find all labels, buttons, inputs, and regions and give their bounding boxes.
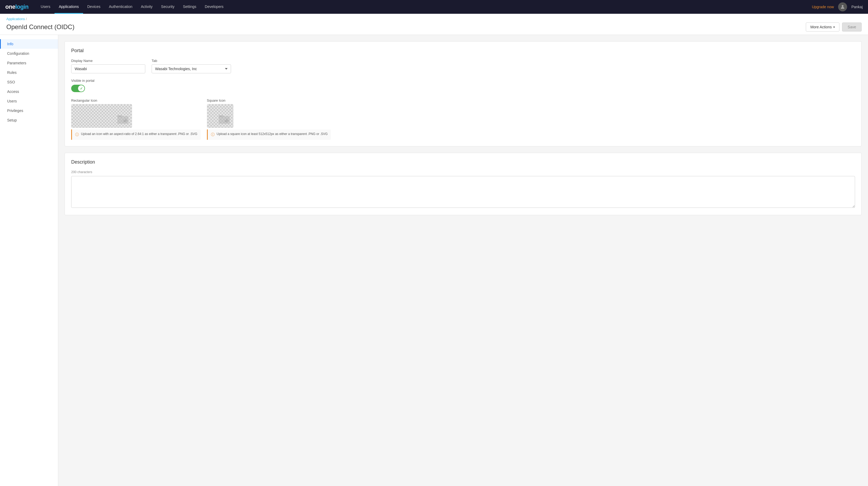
breadcrumb: Applications /	[6, 17, 862, 21]
sidebar-item-setup[interactable]: Setup	[0, 115, 58, 125]
tab-group: Tab Wasabi Technologies, Inc None	[152, 59, 231, 73]
visible-in-portal-label: Visible in portal	[71, 79, 855, 83]
nav-item-developers[interactable]: Developers	[200, 0, 228, 14]
info-icon-square: ⓘ	[211, 132, 215, 137]
nav-right: Upgrade now Pankaj	[812, 2, 863, 11]
square-icon-info-text: Upload a square icon at least 512x512px …	[217, 132, 328, 136]
display-name-label: Display Name	[71, 59, 145, 63]
description-section-title: Description	[71, 159, 855, 165]
page-title: OpenId Connect (OIDC)	[6, 23, 74, 31]
logo-login: login	[16, 3, 29, 10]
sidebar-item-configuration[interactable]: Configuration	[0, 49, 58, 58]
main-content: Portal Display Name Tab Wasabi Technolog…	[58, 35, 868, 486]
visible-in-portal-toggle[interactable]: ✓	[71, 85, 85, 92]
sidebar-item-parameters[interactable]: Parameters	[0, 58, 58, 68]
display-name-group: Display Name	[71, 59, 145, 73]
sidebar-item-info[interactable]: Info	[0, 39, 58, 49]
breadcrumb-applications-link[interactable]: Applications	[6, 17, 25, 21]
rectangular-icon-info-text: Upload an icon with an aspect-ratio of 2…	[81, 132, 197, 136]
logo-one: one	[5, 3, 16, 10]
sidebar-item-rules[interactable]: Rules	[0, 68, 58, 77]
nav-item-settings[interactable]: Settings	[179, 0, 200, 14]
avatar[interactable]	[838, 2, 847, 11]
toggle-knob: ✓	[78, 85, 85, 92]
square-icon-group: Square Icon	[207, 98, 331, 140]
sidebar-item-sso[interactable]: SSO	[0, 77, 58, 87]
portal-section-title: Portal	[71, 48, 855, 54]
rectangular-icon-group: Rectangular Icon	[71, 98, 200, 140]
square-icon-label: Square Icon	[207, 98, 331, 102]
square-icon-preview[interactable]	[207, 104, 234, 128]
user-name: Pankaj	[851, 5, 863, 9]
sidebar: Info Configuration Parameters Rules SSO …	[0, 35, 58, 486]
square-icon-overlay	[218, 114, 231, 125]
more-actions-label: More Actions	[810, 25, 832, 29]
icons-row: Rectangular Icon	[71, 98, 855, 140]
upgrade-now-link[interactable]: Upgrade now	[812, 5, 834, 9]
description-section: Description 200 characters	[65, 153, 862, 215]
rectangular-icon-preview[interactable]	[71, 104, 132, 128]
tab-label: Tab	[152, 59, 231, 63]
rectangular-icon-label: Rectangular Icon	[71, 98, 200, 102]
sidebar-item-privileges[interactable]: Privileges	[0, 106, 58, 115]
sidebar-item-users[interactable]: Users	[0, 96, 58, 106]
nav-item-applications[interactable]: Applications	[55, 0, 83, 14]
svg-point-0	[842, 5, 844, 7]
toggle-check-icon: ✓	[80, 87, 83, 91]
page-title-row: OpenId Connect (OIDC) More Actions ▾ Sav…	[6, 23, 862, 35]
top-navigation: onelogin Users Applications Devices Auth…	[0, 0, 868, 14]
info-icon-rect: ⓘ	[75, 132, 79, 137]
nav-item-activity[interactable]: Activity	[136, 0, 157, 14]
main-layout: Info Configuration Parameters Rules SSO …	[0, 35, 868, 486]
breadcrumb-separator: /	[26, 17, 27, 21]
nav-item-security[interactable]: Security	[157, 0, 179, 14]
square-icon-info: ⓘ Upload a square icon at least 512x512p…	[207, 129, 331, 140]
chevron-down-icon: ▾	[833, 25, 835, 29]
display-name-tab-row: Display Name Tab Wasabi Technologies, In…	[71, 59, 855, 73]
tab-select[interactable]: Wasabi Technologies, Inc None	[152, 64, 231, 73]
onelogin-logo[interactable]: onelogin	[5, 3, 29, 10]
display-name-input[interactable]	[71, 64, 145, 73]
page-header: Applications / OpenId Connect (OIDC) Mor…	[0, 14, 868, 35]
header-actions: More Actions ▾ Save	[806, 23, 862, 31]
rectangular-icon-overlay	[117, 114, 130, 125]
nav-items: Users Applications Devices Authenticatio…	[36, 0, 812, 14]
portal-section: Portal Display Name Tab Wasabi Technolog…	[65, 41, 862, 146]
nav-item-devices[interactable]: Devices	[83, 0, 105, 14]
visible-in-portal-container: Visible in portal ✓	[71, 79, 855, 92]
rectangular-icon-info: ⓘ Upload an icon with an aspect-ratio of…	[71, 129, 200, 140]
more-actions-button[interactable]: More Actions ▾	[806, 23, 839, 31]
svg-rect-5	[219, 115, 223, 117]
nav-item-users[interactable]: Users	[36, 0, 55, 14]
sidebar-item-access[interactable]: Access	[0, 87, 58, 96]
description-char-limit: 200 characters	[71, 170, 855, 174]
save-button[interactable]: Save	[842, 23, 862, 31]
svg-rect-2	[118, 115, 122, 117]
rectangular-icon-checkerboard	[71, 104, 132, 128]
nav-item-authentication[interactable]: Authentication	[105, 0, 137, 14]
square-icon-checkerboard	[207, 104, 233, 128]
description-textarea[interactable]	[71, 176, 855, 208]
